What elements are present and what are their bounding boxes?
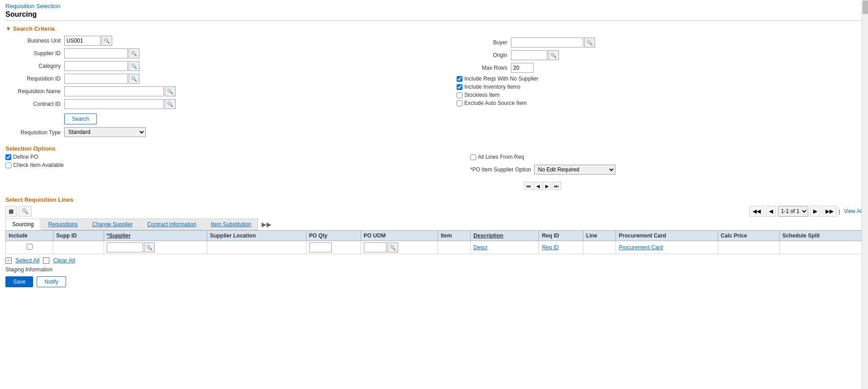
tab-change-supplier[interactable]: Change Supplier bbox=[86, 218, 139, 230]
requisition-name-input[interactable] bbox=[64, 86, 164, 96]
col-po-uom: PO UOM bbox=[361, 231, 438, 241]
buyer-label: Buyer bbox=[452, 39, 511, 46]
mini-next-btn[interactable]: ▶ bbox=[543, 182, 551, 190]
search-criteria-section: ▼ Search Criteria Business Unit 🔍 Suppli… bbox=[5, 25, 863, 140]
col-req-id: Req ID bbox=[539, 231, 583, 241]
contract-id-search-btn[interactable]: 🔍 bbox=[165, 99, 176, 109]
include-inventory-checkbox[interactable] bbox=[457, 84, 463, 90]
po-item-supplier-label: *PO Item Supplier Option bbox=[470, 166, 534, 173]
stockless-item-checkbox[interactable] bbox=[457, 92, 463, 98]
define-po-checkbox[interactable] bbox=[5, 154, 11, 160]
row-item bbox=[438, 241, 470, 254]
first-page-btn[interactable]: ◀◀ bbox=[749, 206, 764, 217]
all-lines-from-req-label: All Lines From Req bbox=[478, 154, 524, 160]
row-supplier-input[interactable] bbox=[107, 242, 143, 252]
requisition-id-search-btn[interactable]: 🔍 bbox=[129, 74, 139, 84]
selection-options-section: Selection Options Define PO Check Item A… bbox=[5, 145, 863, 193]
clear-all-icon bbox=[43, 257, 49, 264]
tab-item-substitution[interactable]: Item Substitution bbox=[204, 218, 258, 230]
col-supplier-location: Supplier Location bbox=[207, 231, 306, 241]
page-select[interactable]: 1-1 of 1 bbox=[778, 206, 808, 217]
business-unit-search-btn[interactable]: 🔍 bbox=[101, 36, 112, 46]
col-procurement-card: Procurement Card bbox=[616, 231, 718, 241]
col-description: Description bbox=[471, 231, 539, 241]
business-unit-label: Business Unit bbox=[5, 38, 64, 44]
max-rows-input[interactable] bbox=[511, 63, 534, 73]
col-supplier: *Supplier bbox=[104, 231, 207, 241]
col-po-qty: PO Qty bbox=[306, 231, 361, 241]
selection-options-title: Selection Options bbox=[5, 145, 863, 152]
requisition-id-label: Requisition ID bbox=[5, 76, 64, 82]
po-item-supplier-select[interactable]: No Edit Required Allow Edit Require Edit bbox=[534, 165, 615, 175]
category-input[interactable] bbox=[64, 61, 128, 71]
supplier-id-input[interactable] bbox=[64, 48, 128, 58]
more-tabs-btn[interactable]: ▶▶ bbox=[259, 219, 274, 230]
breadcrumb: Requisition Selection bbox=[5, 3, 863, 9]
select-all-icon: ✓ bbox=[5, 257, 12, 264]
col-include: Include bbox=[6, 231, 53, 241]
supplier-id-search-btn[interactable]: 🔍 bbox=[129, 48, 139, 58]
check-item-available-label: Check Item Available bbox=[13, 162, 64, 168]
check-item-available-checkbox[interactable] bbox=[5, 162, 11, 168]
staging-info: Staging Information bbox=[5, 266, 863, 273]
stockless-item-label: Stockless Item bbox=[464, 92, 500, 98]
row-supplier-search-btn[interactable]: 🔍 bbox=[144, 242, 155, 252]
notify-button[interactable]: Notify bbox=[37, 276, 66, 287]
row-calc-price bbox=[718, 241, 779, 254]
origin-search-btn[interactable]: 🔍 bbox=[548, 50, 559, 60]
row-po-uom-input[interactable] bbox=[364, 242, 386, 252]
mini-last-btn[interactable]: ⏭ bbox=[552, 182, 561, 190]
mini-pagination: ⏮ ◀ ▶ ⏭ bbox=[470, 182, 615, 190]
business-unit-input[interactable] bbox=[64, 36, 100, 46]
all-lines-from-req-checkbox[interactable] bbox=[470, 154, 476, 160]
select-all-link[interactable]: Select All bbox=[15, 257, 39, 264]
col-line: Line bbox=[583, 231, 616, 241]
tab-requisitions[interactable]: Requisitions bbox=[41, 218, 84, 230]
col-calc-price: Calc Price bbox=[718, 231, 779, 241]
next-page-btn[interactable]: ▶ bbox=[810, 206, 820, 217]
include-reqs-label: Include Reqs With No Supplier bbox=[464, 76, 538, 82]
mini-first-btn[interactable]: ⏮ bbox=[524, 182, 533, 190]
last-page-btn[interactable]: ▶▶ bbox=[822, 206, 837, 217]
view-all-link[interactable]: View All bbox=[844, 208, 863, 214]
search-lines-btn[interactable]: 🔍 bbox=[19, 206, 32, 217]
search-criteria-header[interactable]: ▼ Search Criteria bbox=[5, 25, 863, 32]
pagination-separator: | bbox=[839, 208, 840, 215]
scrollbar[interactable] bbox=[862, 0, 868, 291]
clear-all-link[interactable]: Clear All bbox=[53, 257, 75, 264]
category-search-btn[interactable]: 🔍 bbox=[129, 61, 139, 71]
supplier-id-label: Supplier ID bbox=[5, 50, 64, 57]
row-procurement-card-link[interactable]: Procurement Card bbox=[619, 244, 663, 251]
row-description-link[interactable]: Descr bbox=[473, 244, 487, 251]
col-supp-id: Supp ID bbox=[53, 231, 104, 241]
row-include-checkbox[interactable] bbox=[27, 244, 33, 250]
include-reqs-checkbox[interactable] bbox=[457, 76, 463, 82]
contract-id-label: Contract ID bbox=[5, 101, 64, 107]
row-req-id-link[interactable]: Req ID bbox=[542, 244, 558, 251]
tab-contract-information[interactable]: Contract Information bbox=[140, 218, 203, 230]
requisition-name-search-btn[interactable]: 🔍 bbox=[165, 86, 176, 96]
tab-sourcing[interactable]: Sourcing bbox=[5, 218, 40, 230]
table-row: 🔍 🔍 Descr Req ID bbox=[6, 241, 863, 254]
tabs-row: Sourcing Requisitions Change Supplier Co… bbox=[5, 218, 863, 230]
contract-id-input[interactable] bbox=[64, 99, 164, 109]
save-button[interactable]: Save bbox=[5, 276, 33, 287]
scrollbar-thumb[interactable] bbox=[863, 0, 868, 14]
req-type-select[interactable]: Standard Internal External bbox=[64, 127, 146, 137]
mini-prev-btn[interactable]: ◀ bbox=[534, 182, 542, 190]
origin-input[interactable] bbox=[511, 50, 547, 60]
origin-label: Origin bbox=[452, 52, 511, 58]
prev-page-btn[interactable]: ◀ bbox=[766, 206, 776, 217]
row-po-uom-search-btn[interactable]: 🔍 bbox=[387, 242, 398, 252]
buyer-input[interactable] bbox=[511, 38, 583, 47]
bottom-select-row: ✓ Select All Clear All bbox=[5, 257, 863, 264]
row-schedule-split bbox=[779, 241, 862, 254]
row-po-qty-input[interactable] bbox=[309, 242, 332, 252]
grid-view-btn[interactable]: ▦ bbox=[5, 206, 17, 217]
exclude-auto-source-checkbox[interactable] bbox=[457, 100, 463, 106]
requisition-id-input[interactable] bbox=[64, 74, 128, 84]
req-lines-section: Select Requisition Lines ▦ 🔍 ◀◀ ◀ 1-1 of… bbox=[5, 196, 863, 287]
row-line bbox=[583, 241, 616, 254]
search-button[interactable]: Search bbox=[64, 114, 97, 124]
buyer-search-btn[interactable]: 🔍 bbox=[584, 38, 595, 47]
